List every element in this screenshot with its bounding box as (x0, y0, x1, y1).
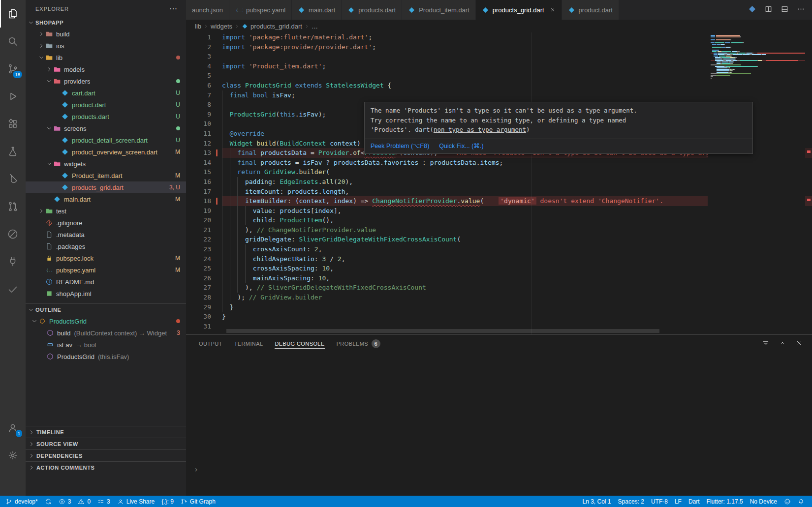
activity-settings-gear[interactable] (0, 442, 26, 469)
status-flutter-version[interactable]: Flutter: 1.17.5 (703, 496, 747, 507)
check-icon (7, 283, 19, 295)
tree-item-pubspec.yaml[interactable]: {..}pubspec.yamlM (26, 264, 186, 276)
panel-tab-output[interactable]: OUTPUT (193, 335, 228, 353)
outline-item-ProductsGrid[interactable]: ProductsGrid (26, 315, 186, 327)
tab-main.dart[interactable]: main.dart (292, 0, 342, 20)
action-split-editor[interactable] (764, 5, 773, 15)
breadcrumb-item-…[interactable]: … (312, 23, 318, 30)
activity-test-tube[interactable] (0, 165, 26, 193)
panel-action-chevron-up[interactable] (779, 339, 786, 349)
outline-header[interactable]: OUTLINE (26, 303, 186, 315)
minimap[interactable] (708, 32, 805, 334)
status-device[interactable]: No Device (747, 496, 781, 507)
chevron-right-icon (38, 42, 45, 49)
action-dart-devtools[interactable] (748, 5, 756, 15)
breadcrumb-item-lib[interactable]: lib (195, 23, 201, 30)
tooltip-action[interactable]: Peek Problem (⌥F8) (371, 142, 429, 151)
tree-item-.gitignore[interactable]: .gitignore (26, 217, 186, 229)
outline-item-ProductsGrid[interactable]: ProductsGrid(this.isFav) (26, 351, 186, 362)
activity-run-and-debug[interactable] (0, 83, 26, 110)
activity-testing[interactable] (0, 138, 26, 165)
activity-source-control[interactable]: 18 (0, 55, 26, 83)
tree-item-.metadata[interactable]: .metadata (26, 229, 186, 240)
section-source-view[interactable]: SOURCE VIEW (26, 438, 186, 449)
activity-search[interactable] (0, 28, 26, 55)
status-eol[interactable]: LF (671, 496, 685, 507)
status-cursor-position[interactable]: Ln 3, Col 1 (579, 496, 614, 507)
tree-item-providers[interactable]: providers (26, 75, 186, 87)
activity-accounts[interactable]: 1 (0, 414, 26, 442)
status-indentation[interactable]: Spaces: 2 (615, 496, 648, 507)
status-language-mode[interactable]: Dart (685, 496, 703, 507)
tab-product.dart[interactable]: product.dart (562, 0, 619, 20)
tree-item-main.dart[interactable]: main.dartM (26, 193, 186, 205)
outline-item-detail: → bool (76, 341, 96, 349)
tree-item-ios[interactable]: ios (26, 40, 186, 52)
activity-remote[interactable] (0, 248, 26, 275)
close-icon[interactable] (550, 7, 556, 13)
section-timeline[interactable]: TIMELINE (26, 426, 186, 438)
tab-products_grid.dart[interactable]: products_grid.dart (476, 0, 562, 20)
tree-item-shopApp.iml[interactable]: shopApp.iml (26, 288, 186, 299)
breadcrumb-item-widgets[interactable]: widgets (211, 23, 232, 30)
tree-item-lib[interactable]: lib (26, 52, 186, 63)
tree-item-screens[interactable]: screens (26, 122, 186, 134)
activity-check[interactable] (0, 275, 26, 303)
outline-item-detail: (this.isFav) (98, 353, 129, 360)
outline-item-build[interactable]: build(BuildContext context) → Widget3 (26, 327, 186, 339)
tree-item-products_grid.dart[interactable]: products_grid.dart3, U (26, 181, 186, 193)
breadcrumb-item-products_grid.dart[interactable]: products_grid.dart (242, 23, 302, 30)
dart-file-icon (242, 23, 248, 30)
outline-item-isFav[interactable]: isFav→ bool (26, 339, 186, 351)
debug-console-prompt[interactable]: › (194, 465, 198, 474)
tree-item-Product_item.dart[interactable]: Product_item.dartM (26, 170, 186, 181)
tree-item-README.md[interactable]: README.md (26, 276, 186, 288)
tree-item-build[interactable]: build (26, 28, 186, 40)
section-action-comments[interactable]: ACTION COMMENTS (26, 461, 186, 473)
status-warnings[interactable]: 0 (74, 496, 94, 507)
panel-action-close[interactable] (795, 339, 803, 349)
tree-item-widgets[interactable]: widgets (26, 158, 186, 170)
tree-item-product_overview_screen.dart[interactable]: product_overview_screen.dartM (26, 146, 186, 158)
status-encoding[interactable]: UTF-8 (648, 496, 671, 507)
action-layout[interactable] (781, 5, 789, 15)
tab-aunch.json[interactable]: aunch.json (186, 0, 229, 20)
status-todo-count[interactable]: 3 (94, 496, 114, 507)
tree-item-pubspec.lock[interactable]: pubspec.lockM (26, 252, 186, 264)
tree-item-label: product_overview_screen.dart (72, 149, 157, 156)
tree-item-products.dart[interactable]: products.dartU (26, 111, 186, 122)
tree-item-models[interactable]: models (26, 63, 186, 75)
tree-item-label: product.dart (72, 101, 106, 109)
status-snippet-count[interactable]: {.}: 9 (158, 496, 177, 507)
activity-extensions[interactable] (0, 110, 26, 138)
tab-pubspec.yaml[interactable]: {..}pubspec.yaml (229, 0, 292, 20)
section-dependencies[interactable]: DEPENDENCIES (26, 449, 186, 461)
activity-github-pull-requests[interactable] (0, 193, 26, 220)
tooltip-action[interactable]: Quick Fix... (⌘.) (439, 142, 483, 151)
more-actions-icon[interactable]: ⋯ (169, 4, 177, 13)
status-branch[interactable]: develop* (2, 496, 41, 507)
panel-tab-problems[interactable]: PROBLEMS6 (331, 335, 386, 353)
action-more[interactable] (797, 5, 805, 15)
activity-live-share[interactable] (0, 220, 26, 248)
project-root[interactable]: SHOPAPP (26, 17, 186, 28)
status-feedback[interactable] (781, 496, 794, 507)
tree-item-.packages[interactable]: .packages (26, 240, 186, 252)
tree-item-product.dart[interactable]: product.dartU (26, 99, 186, 111)
status-live-share[interactable]: Live Share (114, 496, 158, 507)
panel-tab-terminal[interactable]: TERMINAL (228, 335, 269, 353)
horizontal-scrollbar[interactable] (226, 329, 659, 333)
tree-item-test[interactable]: test (26, 205, 186, 217)
tree-item-product_detail_screen.dart[interactable]: product_detail_screen.dartU (26, 134, 186, 146)
tree-item-cart.dart[interactable]: cart.dartU (26, 87, 186, 99)
tab-Product_item.dart[interactable]: Product_item.dart (402, 0, 476, 20)
panel-action-filter[interactable] (762, 339, 770, 349)
panel-tab-debug-console[interactable]: DEBUG CONSOLE (269, 335, 330, 353)
debug-console[interactable]: › (186, 353, 812, 496)
tab-products.dart[interactable]: products.dart (342, 0, 402, 20)
activity-explorer[interactable] (0, 0, 26, 28)
status-git-graph[interactable]: Git Graph (177, 496, 219, 507)
status-errors[interactable]: 3 (55, 496, 75, 507)
status-sync[interactable] (41, 496, 55, 507)
status-notifications[interactable] (794, 496, 808, 507)
